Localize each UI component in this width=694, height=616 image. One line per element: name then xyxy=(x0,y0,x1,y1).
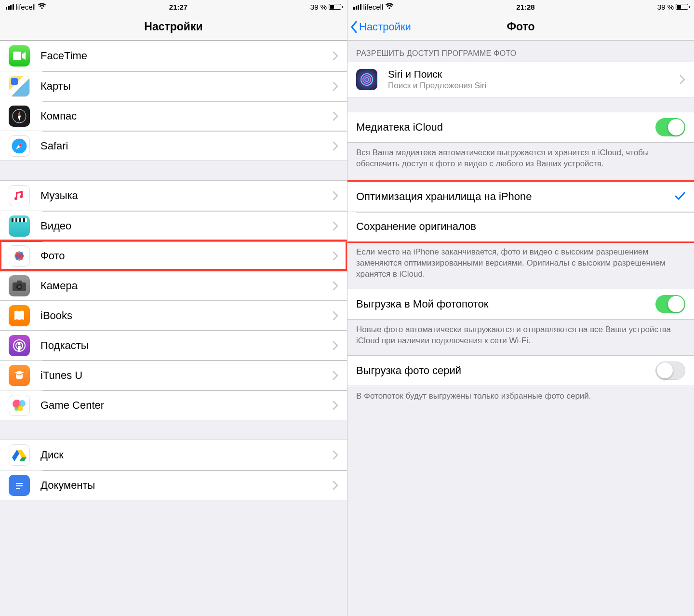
svg-rect-0 xyxy=(13,52,21,60)
settings-item-label: Safari xyxy=(40,140,333,152)
optimize-footer: Если место на iPhone заканчивается, фото… xyxy=(347,242,694,289)
settings-item-label: FaceTime xyxy=(40,50,333,62)
settings-item-label: Диск xyxy=(40,449,333,461)
settings-item-music[interactable]: Музыка xyxy=(0,181,347,211)
settings-item-camera[interactable]: Камера xyxy=(0,270,347,300)
settings-item-safari[interactable]: Safari xyxy=(0,131,347,161)
icloud-footer: Вся Ваша медиатека автоматически выгружа… xyxy=(347,143,694,178)
chevron-right-icon xyxy=(333,111,338,121)
svg-point-26 xyxy=(14,407,18,411)
photostream-toggle[interactable] xyxy=(655,295,685,313)
camera-icon xyxy=(9,275,30,296)
siri-search-row[interactable]: Siri и Поиск Поиск и Предложения Siri xyxy=(347,62,694,97)
podcasts-icon xyxy=(9,335,30,356)
status-bar: lifecell 21:28 39 % xyxy=(347,0,694,13)
chevron-right-icon xyxy=(333,221,338,231)
settings-item-label: iTunes U xyxy=(40,369,333,382)
chevron-right-icon xyxy=(333,191,338,201)
carrier-label: lifecell xyxy=(363,3,384,11)
maps-icon xyxy=(9,76,30,97)
siri-icon xyxy=(356,69,377,90)
facetime-icon xyxy=(9,45,30,67)
chevron-right-icon xyxy=(333,481,338,490)
battery-percent: 39 % xyxy=(310,3,327,11)
settings-item-gamecenter[interactable]: Game Center xyxy=(0,390,347,420)
keep-originals-row[interactable]: Сохранение оригиналов xyxy=(347,212,694,241)
burst-upload-row[interactable]: Выгрузка фото серий xyxy=(347,356,694,386)
settings-item-label: Компас xyxy=(40,110,333,122)
svg-marker-28 xyxy=(19,457,27,461)
keep-originals-label: Сохранение оригиналов xyxy=(356,220,685,233)
settings-item-itunesu[interactable]: iTunes U xyxy=(0,360,347,390)
compass-icon xyxy=(9,106,30,127)
chevron-right-icon xyxy=(333,401,338,410)
svg-point-35 xyxy=(363,76,371,83)
settings-item-label: Музыка xyxy=(40,189,333,202)
battery-icon xyxy=(329,4,341,10)
icloud-library-row[interactable]: Медиатека iCloud xyxy=(347,112,694,142)
siri-title: Siri и Поиск xyxy=(388,68,680,80)
nav-bar: Настройки Фото xyxy=(347,13,694,40)
svg-point-36 xyxy=(365,78,369,81)
icloud-library-label: Медиатека iCloud xyxy=(356,121,655,134)
settings-item-video[interactable]: Видео xyxy=(0,211,347,241)
googledrive-icon xyxy=(9,444,30,466)
photos-icon xyxy=(9,245,30,267)
itunesu-icon xyxy=(9,365,30,386)
carrier-label: lifecell xyxy=(16,3,36,11)
chevron-right-icon xyxy=(680,75,685,84)
svg-rect-33 xyxy=(16,488,20,489)
settings-item-label: Видео xyxy=(40,220,333,232)
signal-icon xyxy=(353,4,361,10)
googledocs-icon xyxy=(9,475,30,496)
svg-rect-17 xyxy=(17,281,22,283)
svg-point-22 xyxy=(18,343,21,345)
battery-icon xyxy=(676,4,688,10)
chevron-right-icon xyxy=(333,371,338,380)
settings-item-label: Камера xyxy=(40,280,333,292)
icloud-library-toggle[interactable] xyxy=(655,118,685,136)
gamecenter-icon xyxy=(9,395,30,416)
settings-item-label: Game Center xyxy=(40,399,333,412)
svg-marker-3 xyxy=(18,111,21,116)
settings-item-compass[interactable]: Компас xyxy=(0,101,347,131)
photostream-row[interactable]: Выгрузка в Мой фотопоток xyxy=(347,289,694,319)
back-button[interactable]: Настройки xyxy=(347,21,411,33)
burst-footer: В Фотопоток будут выгружены только избра… xyxy=(347,386,694,411)
settings-item-label: Подкасты xyxy=(40,339,333,352)
nav-bar: Настройки xyxy=(0,13,347,40)
svg-point-19 xyxy=(18,285,21,288)
safari-icon xyxy=(9,135,30,157)
settings-item-docs[interactable]: Документы xyxy=(0,470,347,500)
photostream-footer: Новые фото автоматически выгружаются и о… xyxy=(347,320,694,355)
svg-rect-32 xyxy=(16,485,23,486)
page-title: Настройки xyxy=(0,20,347,33)
svg-rect-31 xyxy=(16,483,23,484)
chevron-right-icon xyxy=(333,311,338,321)
chevron-right-icon xyxy=(333,341,338,350)
signal-icon xyxy=(6,4,14,10)
optimize-storage-label: Оптимизация хранилища на iPhone xyxy=(356,190,675,203)
settings-item-podcasts[interactable]: Подкасты xyxy=(0,330,347,360)
optimize-storage-row[interactable]: Оптимизация хранилища на iPhone xyxy=(347,182,694,212)
settings-item-label: Карты xyxy=(40,80,333,93)
wifi-icon xyxy=(385,3,394,11)
settings-item-photos[interactable]: Фото xyxy=(0,241,347,270)
burst-upload-toggle[interactable] xyxy=(655,362,685,380)
settings-item-facetime[interactable]: FaceTime xyxy=(0,41,347,71)
section-header-access: РАЗРЕШИТЬ ДОСТУП ПРОГРАММЕ ФОТО xyxy=(347,40,694,62)
ibooks-icon xyxy=(9,305,30,326)
settings-item-maps[interactable]: Карты xyxy=(0,71,347,101)
settings-item-drive[interactable]: Диск xyxy=(0,440,347,470)
siri-subtitle: Поиск и Предложения Siri xyxy=(388,81,680,91)
burst-upload-label: Выгрузка фото серий xyxy=(356,364,655,377)
settings-item-label: Документы xyxy=(40,479,333,492)
chevron-right-icon xyxy=(333,281,338,291)
music-icon xyxy=(9,185,30,206)
settings-item-label: Фото xyxy=(40,250,333,262)
screenshot-settings-list: lifecell 21:27 39 % Настройки FaceTime xyxy=(0,0,347,616)
screenshot-photos-settings: lifecell 21:28 39 % Настройки Фото РАЗРЕ… xyxy=(347,0,694,616)
clock: 21:28 xyxy=(394,3,657,11)
wifi-icon xyxy=(38,3,46,11)
settings-item-ibooks[interactable]: iBooks xyxy=(0,300,347,330)
